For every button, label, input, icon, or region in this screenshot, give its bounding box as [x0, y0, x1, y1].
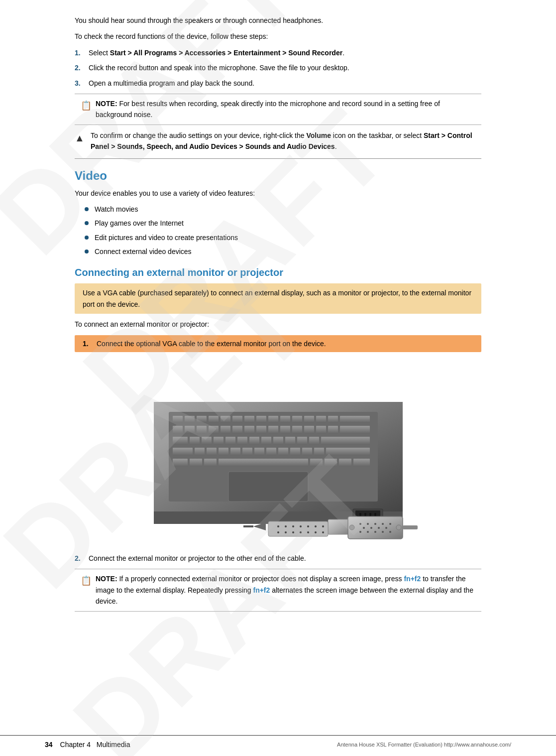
bullet-1: Watch movies [85, 204, 511, 215]
svg-rect-46 [195, 448, 205, 456]
warning-triangle-icon: ▲ [75, 130, 87, 146]
svg-rect-6 [221, 416, 230, 423]
svg-point-84 [300, 525, 302, 527]
svg-rect-23 [244, 426, 254, 434]
connecting-step-2-num: 2. [75, 553, 89, 564]
svg-rect-96 [243, 525, 253, 527]
note-icon-2: 📋 [81, 574, 92, 588]
svg-rect-30 [328, 426, 338, 434]
connecting-step-1: 1. Connect the optional VGA cable to the… [75, 335, 481, 352]
svg-rect-24 [256, 426, 266, 434]
step-1-num: 1. [75, 47, 89, 58]
svg-point-92 [307, 531, 309, 533]
svg-rect-38 [249, 437, 259, 445]
svg-rect-52 [266, 448, 276, 456]
svg-point-89 [285, 531, 287, 533]
step-1-text: Select Start > All Programs > Accessorie… [89, 47, 511, 58]
svg-rect-44 [321, 437, 370, 445]
svg-point-87 [322, 525, 324, 527]
svg-rect-43 [309, 437, 319, 445]
svg-point-70 [359, 513, 361, 515]
svg-point-90 [292, 531, 294, 533]
svg-rect-18 [185, 426, 195, 434]
svg-point-103 [382, 523, 384, 525]
steps-list: 1. Select Start > All Programs > Accesso… [75, 47, 511, 89]
svg-point-100 [359, 523, 361, 525]
warning-1-text: To confirm or change the audio settings … [91, 130, 481, 152]
svg-rect-27 [292, 426, 302, 434]
svg-rect-64 [339, 459, 351, 467]
svg-rect-97 [348, 516, 403, 539]
bullet-dot-2 [85, 221, 89, 225]
bullet-dot-4 [85, 250, 89, 253]
svg-rect-19 [197, 426, 207, 434]
svg-rect-22 [232, 426, 242, 434]
step-2-num: 2. [75, 62, 89, 73]
svg-rect-10 [268, 416, 278, 423]
svg-rect-57 [326, 448, 370, 456]
svg-rect-12 [292, 416, 302, 423]
laptop-image-container [75, 362, 481, 543]
svg-rect-14 [316, 416, 326, 423]
svg-rect-56 [314, 448, 324, 456]
connecting-step-2: 2. Connect the external monitor or proje… [75, 553, 481, 564]
svg-point-106 [370, 527, 372, 529]
step-3-text: Open a multimedia program and play back … [89, 78, 511, 89]
note-1-text: NOTE: For best results when recording, s… [96, 98, 475, 121]
svg-rect-51 [254, 448, 264, 456]
bullet-4: Connect external video devices [85, 246, 511, 257]
svg-rect-66 [228, 472, 308, 502]
svg-rect-60 [204, 459, 217, 467]
svg-rect-25 [268, 426, 278, 434]
svg-rect-47 [207, 448, 217, 456]
svg-point-108 [385, 527, 387, 529]
svg-point-105 [363, 527, 365, 529]
svg-point-86 [315, 525, 317, 527]
step-3: 3. Open a multimedia program and play ba… [75, 78, 511, 89]
svg-point-99 [396, 525, 401, 530]
svg-rect-55 [302, 448, 312, 456]
footer: 34 Chapter 4 Multimedia Antenna House XS… [0, 735, 556, 749]
svg-rect-28 [304, 426, 314, 434]
svg-point-98 [349, 525, 354, 530]
svg-rect-40 [273, 437, 283, 445]
bullet-3: Edit pictures and video to create presen… [85, 232, 511, 243]
svg-point-110 [367, 531, 369, 533]
svg-point-104 [389, 523, 391, 525]
svg-rect-34 [202, 437, 212, 445]
svg-rect-13 [304, 416, 314, 423]
svg-point-85 [307, 525, 309, 527]
svg-point-72 [369, 513, 371, 515]
main-content: You should hear sound through the speake… [0, 0, 556, 631]
svg-rect-35 [214, 437, 223, 445]
note-1-label: NOTE: [96, 100, 117, 108]
svg-rect-29 [316, 426, 326, 434]
connecting-step-1-num: 1. [83, 338, 97, 349]
svg-rect-8 [244, 416, 254, 423]
note-2-plain: If a properly connected external monitor… [119, 575, 404, 583]
svg-rect-49 [230, 448, 240, 456]
note-2-text: NOTE: If a properly connected external m… [96, 573, 475, 607]
svg-rect-9 [256, 416, 266, 423]
svg-rect-21 [221, 426, 230, 434]
svg-rect-17 [173, 426, 183, 434]
svg-rect-11 [280, 416, 290, 423]
svg-rect-3 [185, 416, 195, 423]
svg-rect-80 [268, 521, 328, 536]
svg-point-88 [277, 531, 279, 533]
footer-page-number: 34 [45, 741, 53, 749]
connecting-section-title: Connecting an external monitor or projec… [75, 267, 511, 278]
note-2-label: NOTE: [96, 575, 117, 583]
svg-rect-4 [197, 416, 207, 423]
footer-formatter: Antenna House XSL Formatter (Evaluation)… [337, 742, 511, 748]
step-3-num: 3. [75, 78, 89, 89]
svg-rect-48 [219, 448, 228, 456]
bullet-3-text: Edit pictures and video to create presen… [95, 232, 238, 243]
bullet-dot-3 [85, 236, 89, 240]
svg-rect-26 [280, 426, 290, 434]
svg-point-81 [277, 525, 279, 527]
svg-rect-32 [173, 437, 188, 445]
bullet-2-text: Play games over the Internet [95, 218, 184, 229]
svg-rect-15 [328, 416, 338, 423]
svg-point-107 [378, 527, 380, 529]
